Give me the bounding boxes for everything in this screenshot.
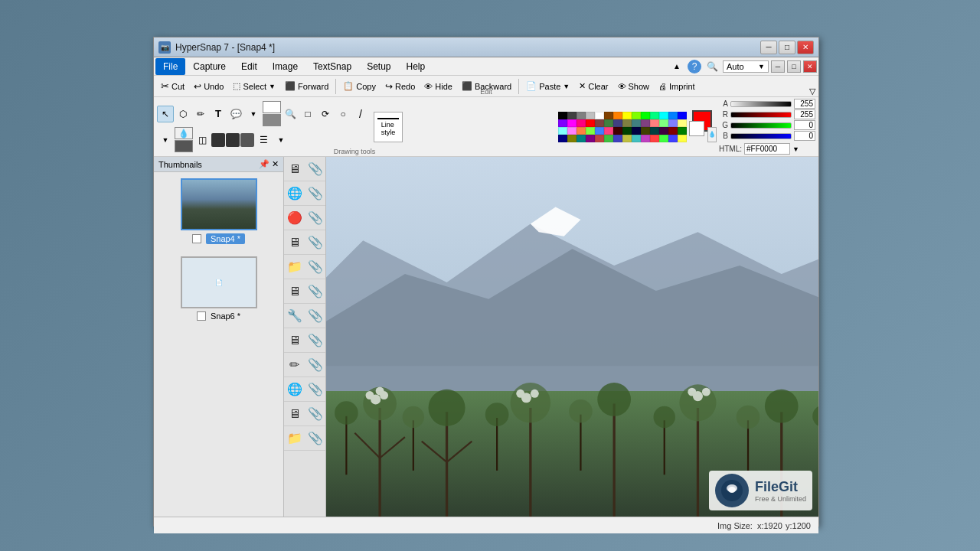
select-tool-button[interactable]: ↖ — [157, 106, 174, 122]
color-cell-1-13[interactable] — [678, 119, 687, 127]
snap6-checkbox[interactable] — [197, 311, 206, 321]
snap4-label[interactable]: Snap4 * — [206, 233, 245, 244]
more-tool-button[interactable]: ▼ — [245, 106, 262, 122]
sidebar-icon-5a[interactable]: 📁 — [284, 255, 305, 279]
arrange-dropdown-button[interactable]: ▼ — [273, 132, 289, 148]
ellipse-tool-button[interactable]: ○ — [335, 106, 351, 122]
minimize-button[interactable]: ─ — [760, 41, 777, 54]
color-cell-0-0[interactable] — [558, 112, 567, 119]
select-button[interactable]: ⬚ Select ▼ — [229, 78, 279, 95]
color-cell-0-3[interactable] — [586, 112, 595, 119]
polygon-tool-button[interactable]: ⬡ — [175, 106, 191, 122]
color-cell-1-2[interactable] — [577, 119, 586, 127]
color-cell-0-13[interactable] — [678, 112, 687, 119]
html-color-input[interactable] — [744, 143, 790, 155]
cut-button[interactable]: ✂ Cut — [157, 78, 188, 95]
circle-fill-button[interactable]: ● — [226, 133, 240, 147]
sidebar-icon-4b[interactable]: 📎 — [305, 230, 325, 255]
color-cell-2-6[interactable] — [613, 127, 622, 135]
color-cell-3-6[interactable] — [613, 135, 622, 142]
color-cell-2-11[interactable] — [659, 127, 668, 135]
inner-minimize-button[interactable]: ─ — [771, 60, 785, 73]
color-cell-3-11[interactable] — [659, 135, 668, 142]
alpha-value[interactable] — [794, 99, 815, 109]
menu-file[interactable]: File — [155, 58, 185, 75]
sidebar-icon-11b[interactable]: 📎 — [305, 402, 325, 426]
menu-setup[interactable]: Setup — [359, 58, 398, 75]
color-cell-2-1[interactable] — [567, 127, 577, 135]
imprint-button[interactable]: 🖨 Imprint — [655, 78, 699, 95]
sidebar-icon-2b[interactable]: 📎 — [305, 181, 325, 206]
sidebar-icon-12a[interactable]: 📁 — [284, 426, 305, 451]
color-cell-3-1[interactable] — [567, 135, 577, 142]
sidebar-icon-10b[interactable]: 📎 — [305, 377, 325, 402]
color-cell-1-7[interactable] — [622, 119, 632, 127]
menu-help[interactable]: Help — [399, 58, 433, 75]
color-cell-2-8[interactable] — [632, 127, 641, 135]
color-cell-1-5[interactable] — [604, 119, 613, 127]
red-slider[interactable] — [730, 112, 792, 118]
sidebar-icon-8a[interactable]: 🖥 — [284, 328, 305, 353]
callout-tool-button[interactable]: 💬 — [227, 106, 244, 122]
fill-color-button[interactable] — [263, 114, 281, 126]
text-tool-button[interactable]: T — [210, 106, 227, 122]
color-cell-2-3[interactable] — [586, 127, 595, 135]
zoom-tool-button[interactable]: 🔍 — [282, 106, 299, 122]
color-cell-1-11[interactable] — [659, 119, 668, 127]
inner-close-button[interactable]: ✕ — [803, 60, 817, 73]
color-cell-3-0[interactable] — [558, 135, 567, 142]
color-cell-0-2[interactable] — [577, 112, 586, 119]
blue-slider[interactable] — [730, 133, 792, 139]
sidebar-icon-6b[interactable]: 📎 — [305, 279, 325, 304]
snap6-image[interactable]: 📄 — [181, 256, 257, 308]
rect-tool-button[interactable]: □ — [299, 106, 316, 122]
auto-dropdown-icon[interactable]: ▼ — [758, 63, 765, 70]
pencil-tool-button[interactable]: ✏ — [192, 106, 209, 122]
sidebar-icon-7b[interactable]: 📎 — [305, 304, 325, 328]
color-cell-0-5[interactable] — [604, 112, 613, 119]
menu-image[interactable]: Image — [265, 58, 305, 75]
thumbnails-close-icon[interactable]: ✕ — [272, 159, 279, 169]
color-cell-1-8[interactable] — [632, 119, 641, 127]
pin-icon[interactable]: 📌 — [259, 159, 270, 169]
forward-button[interactable]: ⬛ Forward — [281, 78, 332, 95]
color-cell-1-6[interactable] — [613, 119, 622, 127]
color-cell-1-1[interactable] — [567, 119, 577, 127]
alpha-slider[interactable] — [730, 101, 792, 107]
sidebar-icon-1a[interactable]: 🖥 — [284, 157, 305, 181]
color-cell-1-3[interactable] — [586, 119, 595, 127]
redo-button[interactable]: ↪ Redo — [381, 78, 419, 95]
color-cell-2-5[interactable] — [604, 127, 613, 135]
sidebar-icon-9b[interactable]: 📎 — [305, 353, 325, 377]
sidebar-icon-3a[interactable]: 🔴 — [284, 206, 305, 230]
sidebar-icon-1b[interactable]: 📎 — [305, 157, 325, 181]
dropdown-tool-button[interactable]: ▼ — [157, 132, 174, 148]
help-expand-icon[interactable]: ▲ — [668, 58, 685, 75]
undo-button[interactable]: ↩ Undo — [190, 78, 227, 95]
color-cell-3-13[interactable] — [678, 135, 687, 142]
sidebar-icon-9a[interactable]: ✏ — [284, 353, 305, 377]
fill-dark-button[interactable] — [175, 140, 193, 152]
color-cell-1-9[interactable] — [641, 119, 650, 127]
html-dropdown-icon[interactable]: ▼ — [792, 145, 799, 153]
menu-capture[interactable]: Capture — [185, 58, 234, 75]
highlight-tool-button[interactable]: ◫ — [194, 132, 211, 148]
red-value[interactable] — [794, 109, 815, 119]
rect-fill-button[interactable]: ■ — [211, 133, 225, 147]
snap4-checkbox[interactable] — [192, 234, 201, 243]
color-cell-2-7[interactable] — [622, 127, 632, 135]
sidebar-icon-6a[interactable]: 🖥 — [284, 279, 305, 304]
sidebar-icon-3b[interactable]: 📎 — [305, 206, 325, 230]
color-cell-2-12[interactable] — [668, 127, 678, 135]
sidebar-icon-12b[interactable]: 📎 — [305, 426, 325, 451]
color-cell-0-8[interactable] — [632, 112, 641, 119]
color-cell-2-10[interactable] — [650, 127, 659, 135]
green-value[interactable] — [794, 120, 815, 130]
color-cell-1-4[interactable] — [595, 119, 604, 127]
blue-value[interactable] — [794, 131, 815, 141]
color-cell-2-2[interactable] — [577, 127, 586, 135]
color-cell-3-8[interactable] — [632, 135, 641, 142]
sidebar-icon-11a[interactable]: 🖥 — [284, 402, 305, 426]
color-cell-0-7[interactable] — [622, 112, 632, 119]
color-cell-1-12[interactable] — [668, 119, 678, 127]
